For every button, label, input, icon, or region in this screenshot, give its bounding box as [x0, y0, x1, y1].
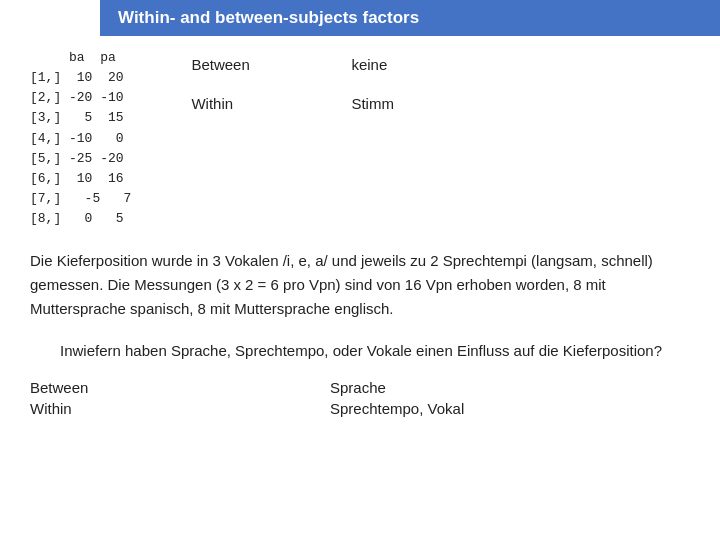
factors-table: BetweenkeineWithinStimm [191, 56, 394, 112]
page: Within- and between-subjects factors ba … [0, 0, 720, 540]
code-row: [6,] 10 16 [30, 169, 131, 189]
factor-label: Within [191, 95, 271, 112]
code-block: ba pa[1,] 10 20[2,] -20 -10[3,] 5 15[4,]… [30, 48, 131, 229]
factor-value: keine [351, 56, 387, 73]
page-title: Within- and between-subjects factors [118, 8, 419, 27]
answer-label: Within [30, 400, 330, 417]
description: Die Kieferposition wurde in 3 Vokalen /i… [0, 249, 720, 321]
code-row: [2,] -20 -10 [30, 88, 131, 108]
title-bar: Within- and between-subjects factors [100, 0, 720, 36]
code-row: [5,] -25 -20 [30, 149, 131, 169]
factor-row: Betweenkeine [191, 56, 394, 73]
code-row: [1,] 10 20 [30, 68, 131, 88]
top-section: ba pa[1,] 10 20[2,] -20 -10[3,] 5 15[4,]… [0, 46, 720, 229]
answer-label: Between [30, 379, 330, 396]
question-text: Inwiefern haben Sprache, Sprechtempo, od… [60, 342, 662, 359]
description-text: Die Kieferposition wurde in 3 Vokalen /i… [30, 252, 653, 317]
question-block: Inwiefern haben Sprache, Sprechtempo, od… [0, 339, 720, 363]
answer-value: Sprechtempo, Vokal [330, 400, 464, 417]
code-row: [3,] 5 15 [30, 108, 131, 128]
factor-row: WithinStimm [191, 95, 394, 112]
factor-value: Stimm [351, 95, 394, 112]
answer-table: BetweenSpracheWithinSprechtempo, Vokal [0, 379, 720, 417]
code-header-line: ba pa [30, 48, 131, 68]
answer-row: BetweenSprache [30, 379, 720, 396]
factor-label: Between [191, 56, 271, 73]
answer-row: WithinSprechtempo, Vokal [30, 400, 720, 417]
answer-value: Sprache [330, 379, 386, 396]
code-row: [7,] -5 7 [30, 189, 131, 209]
code-row: [4,] -10 0 [30, 129, 131, 149]
code-row: [8,] 0 5 [30, 209, 131, 229]
